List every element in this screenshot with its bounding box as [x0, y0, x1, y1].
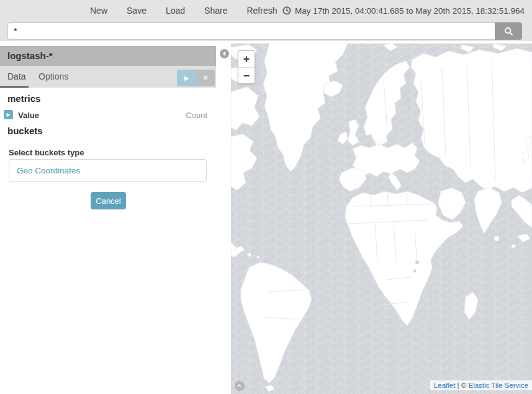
- search-button[interactable]: [495, 22, 522, 40]
- map-attribution: Leaflet | © Elastic Tile Service: [430, 380, 532, 390]
- elastic-tile-service-link[interactable]: Elastic Tile Service: [468, 382, 528, 389]
- nav-share-button[interactable]: Share: [204, 6, 227, 16]
- bucket-type-listbox: Geo Coordinates: [9, 159, 207, 182]
- nav-load-button[interactable]: Load: [166, 6, 185, 16]
- bucket-option-geo-coordinates[interactable]: Geo Coordinates: [9, 160, 206, 181]
- collapse-sidebar-button[interactable]: [220, 49, 229, 58]
- cancel-button[interactable]: Cancel: [91, 192, 126, 209]
- attribution-divider: |: [458, 382, 459, 389]
- zoom-out-button[interactable]: −: [238, 67, 255, 83]
- buckets-heading: buckets: [7, 126, 43, 136]
- search-input[interactable]: [7, 22, 495, 40]
- zoom-in-button[interactable]: +: [238, 51, 255, 67]
- map-zoom-control: + −: [238, 50, 255, 84]
- close-icon: ✕: [202, 74, 208, 82]
- time-range-label: May 17th 2015, 04:00:41.685 to May 20th …: [295, 6, 525, 16]
- metric-label: Value: [18, 111, 39, 120]
- discard-changes-button[interactable]: ✕: [196, 70, 215, 86]
- chevron-right-icon: ▶: [6, 112, 10, 117]
- kibana-visualize-app: New Save Load Share Refresh May 17th 201…: [0, 0, 532, 394]
- metric-row-value[interactable]: ▶ Value Count: [4, 110, 212, 120]
- spy-panel-toggle-button[interactable]: [235, 381, 245, 391]
- apply-discard-group: ▶ ✕: [177, 70, 215, 86]
- time-range-picker[interactable]: May 17th 2015, 04:00:41.685 to May 20th …: [282, 6, 525, 16]
- tab-options[interactable]: Options: [38, 66, 68, 88]
- index-pattern-label: logstash-*: [0, 46, 216, 66]
- metrics-heading: metrics: [7, 93, 40, 104]
- search-icon: [504, 27, 513, 36]
- leaflet-link[interactable]: Leaflet: [434, 382, 456, 389]
- tab-data[interactable]: Data: [7, 66, 26, 88]
- nav-new-button[interactable]: New: [90, 6, 107, 16]
- metric-expand-toggle[interactable]: ▶: [4, 110, 13, 119]
- search-bar: [0, 21, 532, 41]
- metric-agg-value: Count: [186, 111, 207, 120]
- nav-save-button[interactable]: Save: [127, 6, 147, 16]
- chevron-up-icon: [237, 384, 241, 388]
- map-canvas[interactable]: + − Leaflet | © Elastic Tile Service: [231, 44, 532, 394]
- bucket-select-label: Select buckets type: [9, 148, 84, 157]
- clock-icon: [282, 6, 291, 15]
- nav-menu: New Save Load Share Refresh: [90, 6, 277, 16]
- apply-changes-button[interactable]: ▶: [177, 70, 196, 86]
- sidebar-tabbar: Data Options ▶ ✕: [0, 66, 216, 88]
- play-icon: ▶: [184, 75, 189, 81]
- chevron-left-icon: [223, 51, 227, 55]
- copyright-symbol: ©: [461, 382, 466, 389]
- world-map-tiles: [231, 44, 532, 394]
- active-tab-underline: [0, 86, 29, 88]
- nav-refresh-button[interactable]: Refresh: [246, 6, 277, 16]
- top-navbar: New Save Load Share Refresh May 17th 201…: [0, 0, 532, 21]
